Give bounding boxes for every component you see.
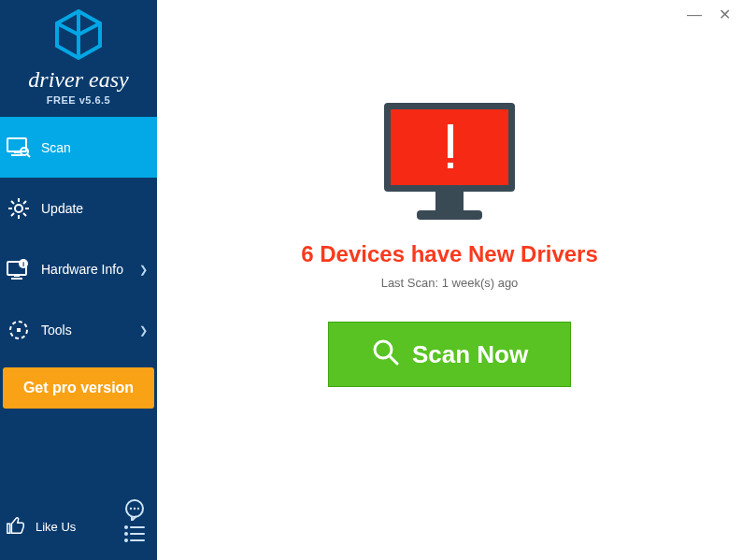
main-area: — ✕ 6 Devices have New Drivers Last Scan… [157, 0, 742, 560]
like-us-label: Like Us [36, 520, 76, 534]
last-scan-text: Last Scan: 1 week(s) ago [381, 276, 519, 290]
tools-icon [6, 319, 32, 341]
chevron-right-icon: ❯ [139, 323, 148, 336]
sidebar-item-hardware-info[interactable]: i Hardware Info ❯ [0, 238, 157, 299]
svg-point-25 [137, 508, 139, 510]
sidebar-item-tools[interactable]: Tools ❯ [0, 299, 157, 360]
svg-text:i: i [22, 260, 24, 268]
svg-rect-35 [448, 163, 453, 168]
svg-rect-1 [7, 138, 26, 151]
window-controls: — ✕ [687, 7, 731, 22]
chevron-right-icon: ❯ [139, 263, 148, 275]
sidebar-item-label: Scan [41, 140, 71, 155]
scan-now-button[interactable]: Scan Now [328, 322, 571, 387]
headline-text: 6 Devices have New Drivers [301, 241, 598, 267]
get-pro-label: Get pro version [23, 380, 134, 396]
thumbs-up-icon [6, 515, 26, 538]
brand-version: FREE v5.6.5 [47, 94, 110, 106]
svg-point-24 [134, 508, 136, 510]
svg-rect-17 [11, 278, 22, 280]
svg-line-14 [11, 213, 14, 216]
menu-list-icon[interactable] [123, 524, 146, 547]
svg-line-13 [23, 201, 26, 204]
svg-line-11 [11, 201, 14, 204]
svg-line-12 [23, 213, 26, 216]
svg-point-26 [125, 526, 127, 528]
alert-monitor-icon [379, 101, 520, 228]
app-logo-icon [53, 9, 104, 64]
svg-rect-21 [17, 328, 21, 332]
sidebar-item-label: Hardware Info [41, 262, 123, 277]
svg-point-30 [125, 539, 127, 541]
sidebar-item-label: Tools [41, 323, 72, 337]
scan-now-label: Scan Now [412, 340, 528, 369]
svg-point-6 [15, 205, 22, 212]
close-button[interactable]: ✕ [719, 7, 731, 22]
svg-rect-16 [14, 275, 20, 277]
svg-rect-3 [11, 154, 22, 156]
svg-rect-34 [448, 124, 453, 158]
sidebar-bottom: Like Us [0, 504, 157, 560]
sidebar-item-scan[interactable]: Scan [0, 117, 157, 178]
svg-line-41 [390, 356, 397, 364]
minimize-button[interactable]: — [687, 7, 702, 22]
brand-block: driver easy FREE v5.6.5 [0, 0, 157, 117]
svg-point-28 [125, 533, 127, 535]
svg-point-23 [130, 508, 132, 510]
svg-rect-36 [435, 192, 464, 210]
svg-rect-2 [14, 151, 20, 153]
search-icon [371, 337, 399, 372]
feedback-icon[interactable] [123, 498, 146, 524]
svg-line-5 [27, 154, 30, 157]
hw-info-icon: i [6, 259, 32, 280]
gear-icon [6, 197, 32, 220]
sidebar: driver easy FREE v5.6.5 Scan [0, 0, 157, 560]
sidebar-item-update[interactable]: Update [0, 178, 157, 238]
monitor-scan-icon [6, 137, 32, 158]
get-pro-button[interactable]: Get pro version [3, 367, 154, 409]
brand-name: driver easy [28, 67, 128, 93]
svg-rect-37 [417, 210, 482, 220]
sidebar-item-label: Update [41, 201, 83, 216]
